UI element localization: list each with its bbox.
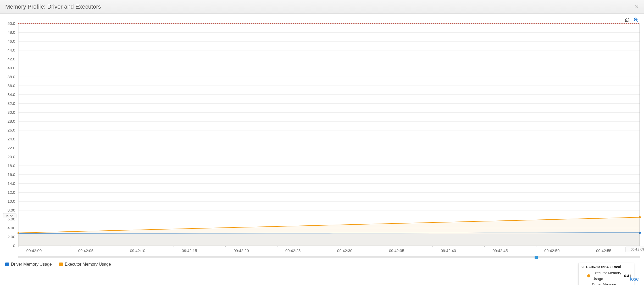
close-button[interactable]: lose xyxy=(630,276,639,282)
y-tick-label: 24.0 xyxy=(8,137,15,141)
y-tick-label: 34.0 xyxy=(8,92,15,97)
y-tick-label: 50.0 xyxy=(8,21,15,26)
y-tick-label: 14.0 xyxy=(8,181,15,186)
x-tick-label: 09:42:30 xyxy=(337,248,352,253)
chart-legend: Driver Memory UsageExecutor Memory Usage xyxy=(5,262,111,267)
y-tick-label: 40.0 xyxy=(8,66,15,70)
y-tick-label: 18.0 xyxy=(8,163,15,168)
x-tick-label: 09:42:25 xyxy=(285,248,301,253)
y-tick-label: 48.0 xyxy=(8,30,15,35)
legend-label: Driver Memory Usage xyxy=(11,262,52,267)
tooltip-marker-icon xyxy=(587,274,590,277)
legend-item[interactable]: Driver Memory Usage xyxy=(5,262,52,267)
y-tick-label: 46.0 xyxy=(8,39,15,43)
y-tick-label: 16.0 xyxy=(8,172,15,177)
svg-rect-4 xyxy=(18,24,640,246)
legend-item[interactable]: Executor Memory Usage xyxy=(59,262,111,267)
x-tick-label: 09:42:55 xyxy=(596,248,611,253)
y-tick-label: 20.0 xyxy=(8,155,15,159)
y-tick-label: 44.0 xyxy=(8,48,15,52)
tooltip-row: 2.Driver Memory Usage2.93 xyxy=(581,282,631,285)
y-tick-label: 32.0 xyxy=(8,101,15,106)
y-tick-label: 38.0 xyxy=(8,75,15,79)
tooltip-row: 1.Executor Memory Usage6.41 xyxy=(581,270,631,282)
panel-title: Memory Profile: Driver and Executors xyxy=(5,3,101,10)
y-tick-label: 28.0 xyxy=(8,119,15,123)
x-tick-label: 09:42:10 xyxy=(130,248,145,253)
y-tick-label: 42.0 xyxy=(8,57,15,61)
panel-header: Memory Profile: Driver and Executors xyxy=(0,0,644,14)
legend-label: Executor Memory Usage xyxy=(65,262,111,267)
time-scrubber[interactable] xyxy=(18,256,640,258)
x-tick-label: 09:42:40 xyxy=(441,248,456,253)
x-tick-label: 09:42:35 xyxy=(389,248,404,253)
x-tick-label: 09:42:00 xyxy=(26,248,42,253)
legend-swatch xyxy=(59,263,63,266)
tooltip-title: 2018-06-13 09:43 Local xyxy=(581,265,631,269)
y-value-chip: 6.72 xyxy=(6,214,13,218)
legend-swatch xyxy=(5,263,9,266)
x-tick-label: 09:42:15 xyxy=(182,248,197,253)
y-tick-label: 30.0 xyxy=(8,110,15,115)
y-tick-label: 8.00 xyxy=(8,208,15,212)
y-tick-label: 36.0 xyxy=(8,83,15,88)
y-tick-label: 4.00 xyxy=(8,226,15,230)
x-tick-label: 09:42:05 xyxy=(78,248,93,253)
scrubber-handle[interactable] xyxy=(535,256,538,259)
close-icon[interactable] xyxy=(634,4,639,9)
x-tick-label: 09:42:45 xyxy=(492,248,508,253)
chart-tooltip: 2018-06-13 09:43 Local 1.Executor Memory… xyxy=(579,263,634,285)
svg-point-47 xyxy=(18,232,19,234)
x-tick-label: 09:42:20 xyxy=(234,248,249,253)
footer-buttons: lose xyxy=(630,276,639,282)
date-chip: 06-13 09:43 xyxy=(631,247,644,251)
y-tick-label: 10.0 xyxy=(8,199,15,203)
y-tick-label: 0 xyxy=(13,243,15,248)
y-tick-label: 12.0 xyxy=(8,190,15,195)
chart[interactable]: 02.004.006.008.0010.012.014.016.018.020.… xyxy=(0,18,644,269)
y-tick-label: 2.00 xyxy=(8,235,15,239)
y-tick-label: 22.0 xyxy=(8,146,15,150)
x-tick-label: 09:42:50 xyxy=(544,248,559,253)
y-tick-label: 26.0 xyxy=(8,128,15,132)
